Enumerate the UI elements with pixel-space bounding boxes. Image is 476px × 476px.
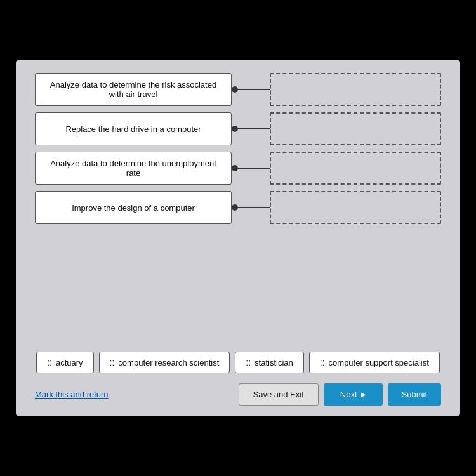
drag-icon-statistician: :: (246, 357, 251, 367)
connector-area (232, 73, 270, 345)
line-4 (238, 207, 270, 208)
drop-target-2[interactable] (270, 112, 441, 145)
line-2 (238, 128, 270, 129)
next-button[interactable]: Next (324, 383, 383, 406)
connector-2 (232, 112, 270, 145)
answer-options: :: actuary :: computer research scientis… (35, 352, 441, 373)
task-item-3: Analyze data to determine the unemployme… (35, 152, 232, 185)
chip-statistician[interactable]: :: statistician (235, 352, 303, 373)
task-item-1: Analyze data to determine the risk assoc… (35, 73, 232, 106)
chip-computer-support-specialist[interactable]: :: computer support specialist (309, 352, 440, 373)
dot-2 (232, 126, 238, 132)
chip-computer-research-scientist[interactable]: :: computer research scientist (99, 352, 230, 373)
task-item-4: Improve the design of a computer (35, 191, 232, 224)
dot-1 (232, 86, 238, 93)
line-3 (238, 168, 270, 169)
dot-4 (232, 204, 238, 211)
matching-area: Analyze data to determine the risk assoc… (35, 73, 441, 345)
drag-icon-crs: :: (110, 357, 115, 367)
footer-buttons: Save and Exit Next Submit (239, 383, 441, 406)
connector-1 (232, 73, 270, 106)
chip-actuary[interactable]: :: actuary (36, 352, 93, 373)
quiz-screen: Analyze data to determine the risk assoc… (16, 60, 460, 416)
dot-3 (232, 165, 238, 171)
drag-icon-actuary: :: (47, 357, 52, 367)
footer: Mark this and return Save and Exit Next … (35, 380, 441, 406)
left-column: Analyze data to determine the risk assoc… (35, 73, 232, 345)
line-1 (238, 89, 270, 90)
connector-3 (232, 152, 270, 185)
right-column (270, 73, 441, 345)
submit-button[interactable]: Submit (388, 383, 441, 406)
drop-target-3[interactable] (270, 152, 441, 185)
connector-4 (232, 191, 270, 224)
drag-icon-css: :: (320, 357, 325, 367)
mark-return-button[interactable]: Mark this and return (35, 390, 109, 399)
save-exit-button[interactable]: Save and Exit (239, 383, 319, 406)
task-item-2: Replace the hard drive in a computer (35, 112, 232, 145)
drop-target-4[interactable] (270, 191, 441, 224)
drop-target-1[interactable] (270, 73, 441, 106)
